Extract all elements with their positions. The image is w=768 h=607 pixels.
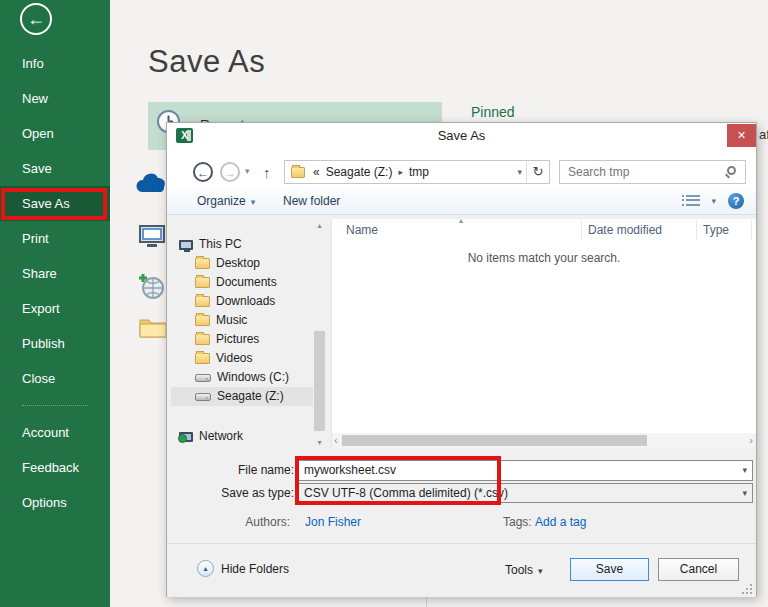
save-as-type-value: CSV UTF-8 (Comma delimited) (*.csv) [304, 486, 508, 500]
sidebar-menu: Info New Open Save Save As Print Share E… [0, 46, 110, 520]
new-folder-button[interactable]: New folder [283, 194, 340, 208]
tags-label: Tags: [503, 515, 532, 529]
sidebar-item-options[interactable]: Options [0, 485, 110, 520]
folder-icon [195, 258, 210, 269]
browse-folder-icon[interactable] [139, 316, 167, 338]
tools-label: Tools [505, 563, 533, 577]
add-tag-link[interactable]: Add a tag [535, 515, 586, 529]
nav-back-button[interactable]: ← [193, 162, 213, 182]
column-header-type[interactable]: Type [703, 223, 729, 237]
column-divider [696, 220, 697, 239]
chevron-down-icon: ▾ [251, 197, 256, 207]
sidebar-item-new[interactable]: New [0, 81, 110, 116]
page-title: Save As [148, 44, 265, 80]
file-name-input[interactable]: myworksheet.csv ▾ [298, 460, 753, 481]
computer-icon [179, 240, 193, 250]
sidebar-item-save-as[interactable]: Save As [0, 186, 110, 221]
file-name-value: myworksheet.csv [304, 463, 396, 477]
tree-scrollbar[interactable]: ▴ ▾ [313, 219, 326, 449]
cancel-button[interactable]: Cancel [658, 558, 739, 581]
save-button[interactable]: Save [570, 558, 649, 581]
tree-item-windows-c[interactable]: Windows (C:) [171, 368, 313, 387]
nav-history-dropdown[interactable]: ▾ [245, 166, 250, 176]
dialog-title: Save As [167, 123, 756, 149]
help-icon[interactable]: ? [728, 193, 744, 209]
nav-forward-button[interactable]: → [220, 162, 240, 182]
backstage-panel-divider [426, 597, 427, 607]
refresh-button[interactable]: ↻ [526, 161, 549, 183]
save-as-type-select[interactable]: CSV UTF-8 (Comma delimited) (*.csv) ▾ [298, 483, 753, 503]
view-options-dropdown-icon[interactable]: ▾ [711, 196, 716, 206]
drive-icon [195, 393, 211, 401]
collapse-up-icon: ▴ [197, 560, 214, 577]
view-options-icon[interactable] [686, 195, 700, 206]
breadcrumb-drive[interactable]: Seagate (Z:) [323, 165, 396, 179]
column-header-name[interactable]: Name [346, 223, 378, 237]
sidebar-item-publish[interactable]: Publish [0, 326, 110, 361]
onedrive-icon[interactable] [134, 172, 168, 196]
scrollbar-thumb[interactable] [314, 331, 325, 431]
refresh-icon: ↻ [533, 164, 544, 179]
backstage-sidebar: ← Info New Open Save Save As Print Share… [0, 0, 110, 607]
sidebar-item-close[interactable]: Close [0, 361, 110, 396]
up-arrow-icon: ↑ [263, 164, 271, 181]
network-icon [179, 432, 193, 442]
tree-item-downloads[interactable]: Downloads [171, 292, 313, 311]
chevron-down-icon[interactable]: ▾ [742, 488, 747, 498]
back-arrow-glyph: ← [27, 9, 45, 29]
sidebar-item-export[interactable]: Export [0, 291, 110, 326]
tree-item-label: Pictures [216, 330, 259, 349]
tools-button[interactable]: Tools▾ [505, 563, 543, 577]
nav-up-button[interactable]: ↑ [263, 164, 271, 181]
tree-item-label: Music [216, 311, 247, 330]
authors-label: Authors: [187, 515, 290, 529]
tree-item-this-pc[interactable]: This PC [171, 235, 313, 254]
sidebar-item-open[interactable]: Open [0, 116, 110, 151]
scrollbar-thumb[interactable] [342, 435, 647, 446]
sidebar-item-account[interactable]: Account [0, 415, 110, 450]
tree-item-seagate-z[interactable]: Seagate (Z:) [171, 387, 313, 406]
tree-item-desktop[interactable]: Desktop [171, 254, 313, 273]
tree-item-label: Documents [216, 273, 277, 292]
search-placeholder: Search tmp [568, 165, 629, 179]
resize-grip[interactable] [743, 585, 752, 594]
excel-app-icon: X [176, 128, 193, 143]
sidebar-item-feedback[interactable]: Feedback [0, 450, 110, 485]
scroll-up-icon[interactable]: ▴ [313, 221, 326, 230]
this-pc-icon[interactable] [137, 224, 167, 250]
sidebar-item-save[interactable]: Save [0, 151, 110, 186]
file-list-horizontal-scrollbar[interactable]: ‹ › [332, 433, 756, 449]
chevron-down-icon[interactable]: ▾ [742, 465, 747, 475]
column-header-date-modified[interactable]: Date modified [588, 223, 662, 237]
sidebar-item-info[interactable]: Info [0, 46, 110, 81]
breadcrumb-folder[interactable]: tmp [406, 165, 432, 179]
scroll-right-icon[interactable]: › [749, 434, 753, 446]
chevron-down-icon: ▾ [245, 166, 250, 176]
scroll-down-icon[interactable]: ▾ [313, 438, 326, 447]
sidebar-item-share[interactable]: Share [0, 256, 110, 291]
back-arrow-icon[interactable]: ← [20, 3, 52, 35]
organize-label: Organize [197, 194, 246, 208]
folder-icon [195, 296, 210, 307]
tree-item-pictures[interactable]: Pictures [171, 330, 313, 349]
tree-item-music[interactable]: Music [171, 311, 313, 330]
address-bar[interactable]: « Seagate (Z:) ▸ tmp ▾ ↻ [284, 160, 550, 184]
authors-link[interactable]: Jon Fisher [305, 515, 361, 529]
close-button[interactable]: × [727, 124, 756, 147]
tree-item-label: Network [199, 427, 243, 446]
file-name-label: File name: [184, 463, 294, 477]
hide-folders-button[interactable]: ▴ Hide Folders [197, 560, 289, 577]
organize-button[interactable]: Organize▾ [197, 194, 255, 208]
tree-item-documents[interactable]: Documents [171, 273, 313, 292]
breadcrumb-prefix: « [310, 165, 323, 179]
tree-item-videos[interactable]: Videos [171, 349, 313, 368]
add-place-icon[interactable] [137, 272, 167, 300]
drive-icon [195, 374, 211, 382]
pinned-heading: Pinned [471, 104, 515, 120]
search-input[interactable]: Search tmp [559, 160, 746, 184]
scroll-left-icon[interactable]: ‹ [334, 434, 338, 446]
sidebar-item-print[interactable]: Print [0, 221, 110, 256]
address-dropdown-icon[interactable]: ▾ [513, 167, 526, 177]
tree-item-network[interactable]: Network [171, 427, 313, 446]
save-as-dialog: Save As X × ← → ▾ ↑ « Seagate (Z:) ▸ tmp… [166, 122, 757, 597]
